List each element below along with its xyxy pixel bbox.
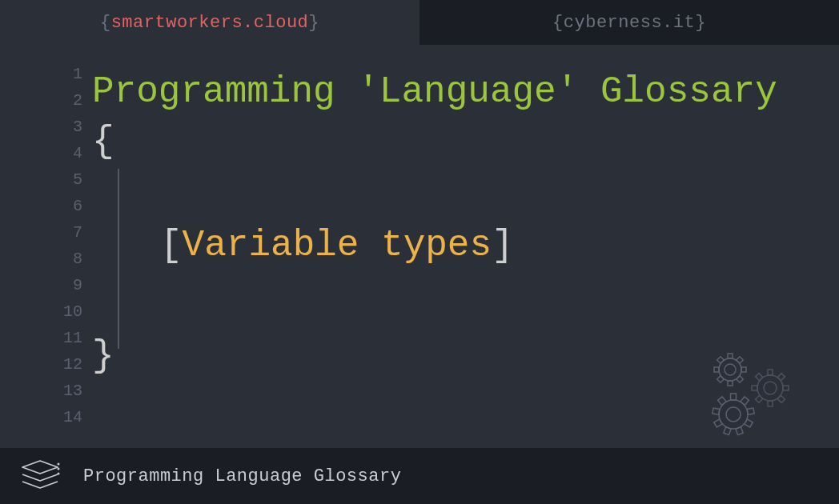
line-number: 5 [73, 166, 82, 193]
line-number: 11 [63, 325, 82, 351]
layers-icon [18, 459, 62, 493]
bracket-right: ] [492, 225, 514, 266]
brace-left: { [100, 13, 111, 33]
line-number: 4 [73, 140, 82, 166]
bracket-left: [ [160, 225, 183, 266]
footer-bar: Programming Language Glossary [0, 448, 839, 504]
line-number: 3 [73, 114, 82, 140]
slide-subtitle: [Variable types] [160, 225, 514, 266]
svg-point-5 [726, 407, 741, 422]
svg-point-7 [58, 468, 60, 470]
indent-guide [118, 169, 119, 349]
line-number: 2 [73, 87, 82, 114]
line-number: 1 [73, 61, 82, 87]
svg-point-1 [725, 364, 736, 375]
brace-right: } [695, 13, 706, 33]
tab-left-text: smartworkers.cloud [111, 13, 309, 33]
line-number: 9 [73, 272, 82, 298]
line-number: 6 [73, 193, 82, 219]
subtitle-text: Variable types [183, 225, 492, 266]
line-number: 7 [73, 219, 82, 246]
tab-cyberness[interactable]: {cyberness.it} [420, 0, 839, 45]
tab-smartworkers[interactable]: {smartworkers.cloud} [0, 0, 420, 45]
svg-point-8 [58, 473, 60, 475]
tab-right-text: cyberness.it [564, 13, 695, 33]
svg-point-3 [764, 382, 777, 394]
line-numbers-gutter: 1 2 3 4 5 6 7 8 9 10 11 12 13 14 [0, 61, 92, 448]
line-number: 13 [63, 378, 82, 404]
brace-left: { [552, 13, 564, 33]
brace-right: } [308, 13, 319, 33]
gears-icon [705, 352, 809, 440]
svg-point-6 [58, 463, 60, 466]
slide-title: Programming 'Language' Glossary [92, 72, 839, 112]
footer-title: Programming Language Glossary [83, 466, 401, 486]
line-number: 10 [63, 298, 82, 325]
line-number: 14 [63, 404, 82, 430]
line-number: 12 [63, 351, 82, 378]
line-number: 8 [73, 246, 82, 272]
open-brace: { [92, 122, 839, 162]
